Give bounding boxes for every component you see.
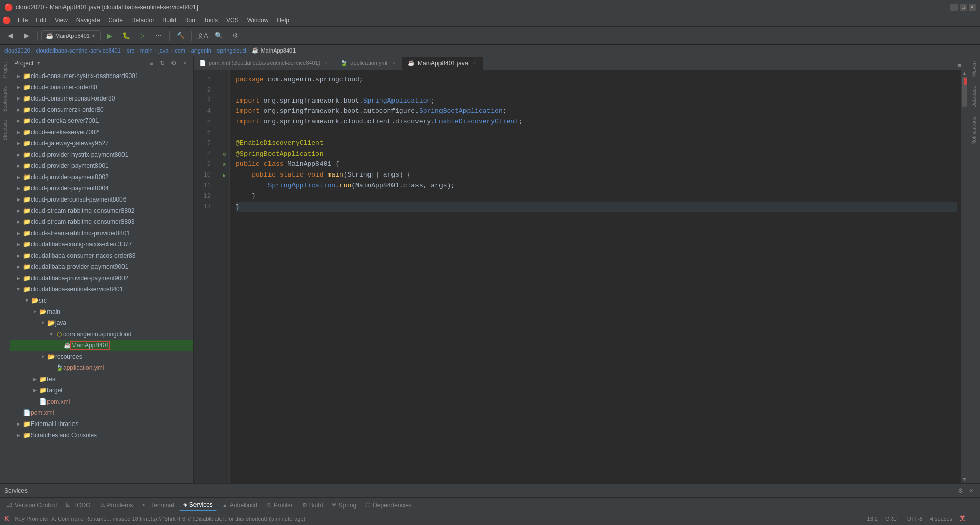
project-close-button[interactable]: × <box>180 59 189 68</box>
menu-navigate[interactable]: Navigate <box>72 16 104 25</box>
tree-node-main[interactable]: ▼ 📂 main <box>10 306 193 317</box>
tree-node-stream-consumer8802[interactable]: ▶ 📁 cloud-stream-rabbitmq-consumer8802 <box>10 205 193 216</box>
tab-services[interactable]: ◈ Services <box>179 499 217 511</box>
project-panel-toggle[interactable]: Project <box>2 60 8 80</box>
tree-node-consumer-order80[interactable]: ▶ 📁 cloud-consumer-order80 <box>10 82 193 93</box>
breadcrumb-com[interactable]: com <box>175 47 185 54</box>
tab-main[interactable]: ☕ MainApp8401.java × <box>403 57 483 70</box>
sort-button[interactable]: ⇅ <box>158 59 167 68</box>
scroll-up-icon[interactable]: ▲ <box>963 71 966 77</box>
run-with-coverage-button[interactable]: ▷ <box>135 29 150 43</box>
database-panel-toggle[interactable]: Database <box>970 83 978 111</box>
tab-dependencies[interactable]: ⬡ Dependencies <box>361 500 416 510</box>
tab-terminal[interactable]: >_ Terminal <box>138 500 178 510</box>
run-config-selector[interactable]: ☕ MainApp8401 ▼ <box>41 30 101 41</box>
charset[interactable]: UTF-8 <box>905 516 925 522</box>
tree-node-consumerconsul-order80[interactable]: ▶ 📁 cloud-consumerconsul-order80 <box>10 93 193 104</box>
tree-node-pom-root[interactable]: ▶ 📄 pom.xml <box>10 407 193 418</box>
tree-node-provider-payment9001[interactable]: ▶ 📁 cloudalibaba-provider-payment9001 <box>10 261 193 272</box>
tree-node-provider-payment8004[interactable]: ▶ 📁 cloud-provider-payment8004 <box>10 183 193 194</box>
project-dropdown-icon[interactable]: ▼ <box>36 61 41 66</box>
menu-tools[interactable]: Tools <box>200 16 222 25</box>
tab-yml[interactable]: 🍃 application.yml × <box>335 57 403 70</box>
search-everywhere-button[interactable]: 🔍 <box>212 29 226 43</box>
tree-node-consumerzk-order80[interactable]: ▶ 📁 cloud-consumerzk-order80 <box>10 104 193 115</box>
tab-todo[interactable]: ☑ TODO <box>62 500 94 510</box>
menu-help[interactable]: Help <box>273 16 293 25</box>
tree-node-scratches[interactable]: ▶ 📁 Scratches and Consoles <box>10 430 193 441</box>
tree-node-provider-payment8002[interactable]: ▶ 📁 cloud-provider-payment8002 <box>10 171 193 183</box>
ime-settings[interactable]: · <box>970 516 976 522</box>
tree-node-hystrix-payment8001[interactable]: ▶ 📁 cloud-provider-hystrix-payment8001 <box>10 149 193 160</box>
breadcrumb-module[interactable]: cloudalibaba-sentinel-service8401 <box>36 47 120 54</box>
tree-node-test[interactable]: ▶ 📁 test <box>10 373 193 385</box>
tree-node-config-nacos3377[interactable]: ▶ 📁 cloudalibaba-config-nacos-client3377 <box>10 239 193 250</box>
tree-node-java[interactable]: ▼ 📂 java <box>10 317 193 329</box>
tree-node-sentinel-service8401[interactable]: ▼ 📁 cloudalibaba-sentinel-service8401 <box>10 284 193 295</box>
tree-node-stream-consumer8803[interactable]: ▶ 📁 cloud-stream-rabbitmq-consumer8803 <box>10 216 193 228</box>
tree-node-external-libs[interactable]: ▶ 📁 External Libraries <box>10 418 193 430</box>
menu-view[interactable]: View <box>51 16 72 25</box>
breadcrumb-java[interactable]: java <box>158 47 168 54</box>
notifications-panel-toggle[interactable]: Notifications <box>970 114 978 147</box>
menu-window[interactable]: Window <box>243 16 273 25</box>
tree-node-gateway9527[interactable]: ▶ 📁 cloud-gateway-gateway9527 <box>10 138 193 149</box>
menu-build[interactable]: Build <box>158 16 180 25</box>
tree-node-eureka-server7002[interactable]: ▶ 📁 cloud-eureka-server7002 <box>10 127 193 138</box>
cursor-position[interactable]: 13:2 <box>865 516 880 522</box>
editor-scrollbar[interactable]: ▲ ▼ <box>961 70 968 483</box>
breadcrumb-main[interactable]: main <box>140 47 153 54</box>
minimize-button[interactable]: − <box>950 4 958 11</box>
debug-button[interactable]: 🐛 <box>119 29 133 43</box>
tab-yml-close[interactable]: × <box>390 60 397 66</box>
tab-profiler[interactable]: ◎ Profiler <box>262 500 297 510</box>
tab-version-control[interactable]: ⎇ Version Control <box>2 500 61 510</box>
menu-run[interactable]: Run <box>180 16 200 25</box>
tree-node-pom-module[interactable]: ▶ 📄 pom.xml <box>10 396 193 407</box>
breadcrumb-angenin[interactable]: angenin <box>191 47 211 54</box>
tab-spring[interactable]: ❋ Spring <box>328 500 360 510</box>
maximize-button[interactable]: □ <box>960 4 967 11</box>
tab-auto-build[interactable]: ▲ Auto-build <box>218 500 261 510</box>
tree-node-package[interactable]: ▼ ⬡ com.angenin.springcloud <box>10 329 193 340</box>
close-button[interactable]: × <box>969 4 976 11</box>
breadcrumb-src[interactable]: src <box>127 47 134 54</box>
tree-node-provider-payment8001[interactable]: ▶ 📁 cloud-provider-payment8001 <box>10 160 193 171</box>
run-button[interactable]: ▶ <box>103 29 117 43</box>
tab-build[interactable]: ⚙ Build <box>298 500 327 510</box>
tree-node-mainapp8401[interactable]: ▶ ☕ MainApp8401 <box>10 340 193 351</box>
project-settings-button[interactable]: ⚙ <box>169 59 178 68</box>
menu-code[interactable]: Code <box>104 16 127 25</box>
tree-node-target[interactable]: ▶ 📁 target <box>10 385 193 396</box>
project-tree[interactable]: ▶ 📁 cloud-consumer-hystrix-dashboard9001… <box>10 70 193 483</box>
menu-refactor[interactable]: Refactor <box>127 16 158 25</box>
forward-button[interactable]: ▶ <box>19 29 34 43</box>
more-run-button[interactable]: ⋯ <box>152 29 166 43</box>
tree-node-src[interactable]: ▼ 📂 src <box>10 295 193 306</box>
breadcrumb-project[interactable]: cloud2020 <box>4 47 30 54</box>
tree-node-providerconsul-payment8006[interactable]: ▶ 📁 cloud-providerconsul-payment8006 <box>10 194 193 205</box>
line-ending[interactable]: CRLF <box>883 516 902 522</box>
structure-panel-toggle[interactable]: Structure <box>2 118 8 143</box>
translate-button[interactable]: 文A <box>195 29 210 43</box>
input-method-icon[interactable]: 英 <box>958 515 967 522</box>
tree-node-provider-payment9002[interactable]: ▶ 📁 cloudalibaba-provider-payment9002 <box>10 272 193 284</box>
maven-panel-toggle[interactable]: Maven <box>970 58 978 80</box>
collapse-all-button[interactable]: ≡ <box>146 59 156 68</box>
tab-pom-close[interactable]: × <box>323 60 330 66</box>
settings-button[interactable]: ⚙ <box>228 29 242 43</box>
editor-settings-icon[interactable]: ≡ <box>954 61 964 70</box>
tree-node-consumer-hystrix[interactable]: ▶ 📁 cloud-consumer-hystrix-dashboard9001 <box>10 70 193 82</box>
indent-setting[interactable]: 4 spaces <box>928 516 954 522</box>
tree-node-application-yml[interactable]: ▶ 🍃 application.yml <box>10 362 193 373</box>
scroll-down-icon[interactable]: ▼ <box>963 477 966 482</box>
bookmarks-panel-toggle[interactable]: Bookmarks <box>2 84 8 114</box>
back-button[interactable]: ◀ <box>3 29 17 43</box>
tree-node-consumer-nacos83[interactable]: ▶ 📁 cloudalibaba-consumer-nacos-order83 <box>10 250 193 261</box>
services-settings-button[interactable]: ⚙ <box>955 486 965 495</box>
tab-pom[interactable]: 📄 pom.xml (cloudalibaba-sentinel-service… <box>194 57 335 70</box>
menu-file[interactable]: File <box>14 16 32 25</box>
build-project-button[interactable]: 🔨 <box>174 29 188 43</box>
breadcrumb-springcloud[interactable]: springcloud <box>217 47 246 54</box>
menu-edit[interactable]: Edit <box>32 16 51 25</box>
